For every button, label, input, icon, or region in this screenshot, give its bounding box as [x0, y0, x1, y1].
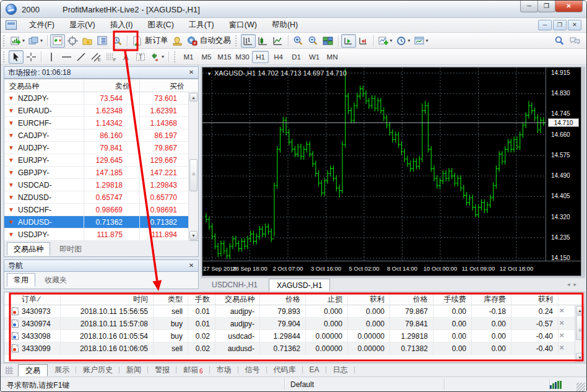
- terminal-tab-警报[interactable]: 警报: [148, 364, 176, 377]
- market-watch-row[interactable]: ▼EURAUD-1.623481.62391: [4, 105, 189, 117]
- horizontal-line-tool-button[interactable]: [59, 50, 74, 64]
- price-axis[interactable]: 14.91514.83014.74514.66014.57514.49014.4…: [546, 68, 581, 261]
- vertical-line-tool-button[interactable]: [44, 50, 59, 64]
- timeframe-M30[interactable]: M30: [234, 51, 251, 63]
- crosshair-tool-button[interactable]: [24, 50, 38, 64]
- close-icon[interactable]: ✕: [187, 261, 196, 270]
- zoom-in-button[interactable]: [291, 34, 306, 48]
- order-row[interactable]: 34330982018.10.16 01:05:54buy0.02usdcad-…: [4, 330, 585, 342]
- close-icon[interactable]: ✕: [187, 68, 196, 77]
- terminal-tab-日志[interactable]: 日志: [326, 364, 355, 377]
- terminal-column-7[interactable]: 止损: [305, 294, 342, 305]
- chart-tab-XAGUSDH1[interactable]: XAGUSD-,H1: [269, 279, 330, 292]
- text-tool-button[interactable]: A: [118, 50, 133, 64]
- market-watch-row[interactable]: ▼AUDJPY-79.84179.867: [4, 142, 189, 154]
- terminal-tab-账户历史[interactable]: 账户历史: [76, 364, 120, 377]
- terminal-column-11[interactable]: 库存费: [471, 294, 506, 305]
- profiles-button[interactable]: ▾: [27, 34, 45, 48]
- arrows-tool-button[interactable]: ▾: [148, 50, 166, 64]
- status-profile[interactable]: Default: [290, 380, 314, 389]
- market-watch-scrollbar[interactable]: ▲ ▼: [188, 92, 198, 240]
- cursor-tool-button[interactable]: [9, 50, 24, 64]
- timeframe-MN[interactable]: MN: [324, 51, 341, 63]
- timeframe-W1[interactable]: W1: [306, 51, 323, 63]
- zoom-out-button[interactable]: [306, 34, 321, 48]
- market-watch-row[interactable]: ▼EURJPY-129.645129.667: [4, 154, 189, 167]
- terminal-column-4[interactable]: 手数: [188, 294, 210, 305]
- auto-scroll-button[interactable]: [341, 34, 356, 48]
- terminal-tab-信号[interactable]: 信号: [238, 364, 267, 377]
- terminal-scrollbar[interactable]: ▲ ▼: [575, 305, 585, 362]
- timeframe-M1[interactable]: M1: [180, 51, 197, 63]
- tab-common[interactable]: 常用: [7, 273, 35, 287]
- market-watch-row[interactable]: ▼CADJPY-86.16086.197: [4, 129, 189, 142]
- channel-tool-button[interactable]: E: [89, 50, 103, 64]
- favorites-button[interactable]: ★: [80, 34, 95, 48]
- menu-item-工具[interactable]: 工具(T): [181, 18, 222, 32]
- line-chart-mode-button[interactable]: [271, 34, 285, 48]
- label-tool-button[interactable]: T: [133, 50, 148, 64]
- market-watch-button[interactable]: [50, 34, 65, 48]
- terminal-column-12[interactable]: 获利: [511, 294, 553, 305]
- chart-shift-button[interactable]: [356, 34, 371, 48]
- terminal-tab-EA[interactable]: EA: [303, 364, 326, 377]
- tab-favorites[interactable]: 收藏夹: [38, 273, 74, 287]
- chat-button[interactable]: [567, 34, 581, 48]
- terminal-tab-代码库[interactable]: 代码库: [267, 364, 303, 377]
- child-restore-button[interactable]: ❐: [553, 20, 567, 30]
- menu-item-图表[interactable]: 图表(C): [140, 18, 181, 32]
- child-minimize-button[interactable]: ─: [538, 20, 552, 30]
- scroll-down-icon[interactable]: ▼: [576, 353, 584, 362]
- market-watch-row[interactable]: ▼EURCHF-1.143421.14368: [4, 117, 189, 129]
- timeframe-M5[interactable]: M5: [198, 51, 215, 63]
- order-row[interactable]: 34330992018.10.16 01:06:05sell0.02audusd…: [4, 342, 585, 355]
- timeframe-M15[interactable]: M15: [216, 51, 233, 63]
- terminal-column-8[interactable]: 获利: [347, 294, 385, 305]
- menu-item-插入[interactable]: 插入(I): [103, 18, 141, 32]
- new-order-button[interactable]: 新订单: [130, 34, 170, 48]
- search-button[interactable]: [552, 34, 567, 48]
- fibonacci-tool-button[interactable]: F: [103, 50, 118, 64]
- scroll-thumb[interactable]: [189, 159, 198, 191]
- restore-button[interactable]: ❐: [537, 1, 555, 12]
- menu-item-帮助[interactable]: 帮助(H): [264, 18, 305, 32]
- market-watch-row[interactable]: ▼GBPJPY-147.185147.221: [4, 167, 189, 179]
- column-ask[interactable]: 买价: [170, 81, 185, 92]
- close-order-icon[interactable]: ✕: [559, 344, 564, 351]
- market-watch-row[interactable]: ▼USDCHF-0.986690.98691: [4, 204, 189, 216]
- data-window-button[interactable]: [95, 34, 110, 48]
- order-row[interactable]: 34309742018.10.11 15:57:08buy0.01audjpy-…: [4, 318, 585, 330]
- market-watch-row[interactable]: ▼NZDUSD-0.657470.65770: [4, 191, 189, 204]
- bar-chart-mode-button[interactable]: [241, 34, 256, 48]
- chart-plot[interactable]: [202, 68, 546, 261]
- chart-system-icon[interactable]: [6, 20, 17, 30]
- terminal-tab-新闻[interactable]: 新闻: [120, 364, 148, 377]
- chart-tab-USDCNHH1[interactable]: USDCNH-,H1: [204, 279, 265, 292]
- trendline-tool-button[interactable]: [74, 50, 89, 64]
- terminal-tab-邮箱[interactable]: 邮箱6: [176, 364, 210, 377]
- timeframe-D1[interactable]: D1: [288, 51, 305, 63]
- time-axis[interactable]: 27 Sep 201828 Sep 18:002 Oct 07:003 Oct …: [202, 261, 581, 276]
- autotrading-button[interactable]: 自动交易: [185, 34, 233, 48]
- terminal-column-2[interactable]: 时间: [60, 294, 148, 305]
- tab-scroll-arrows-icon[interactable]: ◂▸: [567, 281, 580, 287]
- toolbar-grip[interactable]: [174, 51, 177, 63]
- periods-button[interactable]: ▾: [394, 34, 412, 48]
- templates-button[interactable]: ▾: [412, 34, 430, 48]
- navigator-button[interactable]: [65, 34, 80, 48]
- menu-item-窗口[interactable]: 窗口(W): [222, 18, 264, 32]
- market-watch-row[interactable]: ▼NZDJPY-73.54473.601: [4, 92, 189, 105]
- candlestick-mode-button[interactable]: [256, 34, 271, 48]
- close-order-icon[interactable]: ✕: [559, 320, 564, 326]
- terminal-tab-交易[interactable]: 交易: [18, 364, 48, 377]
- timeframe-H4[interactable]: H4: [270, 51, 287, 63]
- child-close-button[interactable]: ✕: [568, 20, 581, 30]
- toolbar-grip[interactable]: [3, 51, 6, 63]
- strategy-tester-button[interactable]: [110, 34, 124, 48]
- order-row[interactable]: 34309732018.10.11 15:56:55sell0.01audjpy…: [4, 305, 585, 318]
- scroll-up-icon[interactable]: ▲: [189, 93, 198, 102]
- scroll-down-icon[interactable]: ▼: [189, 231, 198, 240]
- close-order-icon[interactable]: ✕: [559, 307, 564, 314]
- menu-item-文件[interactable]: 文件(F): [22, 18, 62, 32]
- toolbar-grip[interactable]: [235, 35, 238, 46]
